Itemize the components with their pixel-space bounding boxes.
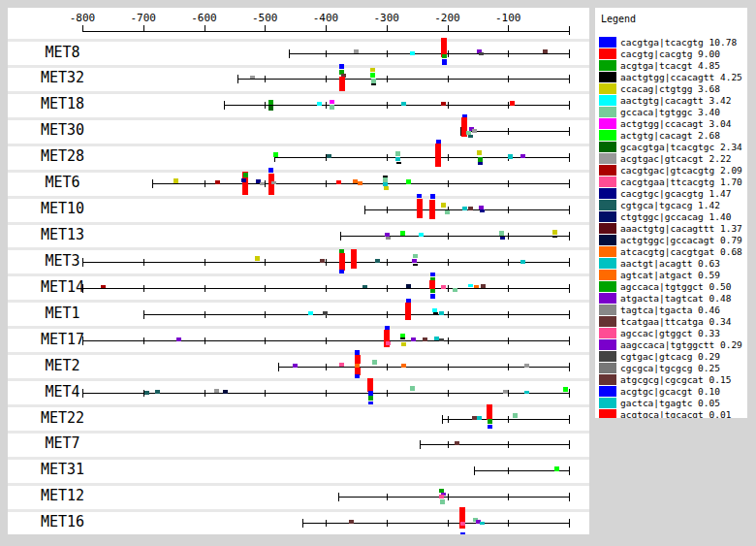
sequence-tick xyxy=(448,520,449,527)
legend-color-chip xyxy=(599,37,616,48)
motif-mark xyxy=(441,285,446,289)
motif-mark xyxy=(445,210,450,214)
sequence-tick xyxy=(387,50,388,57)
legend-color-chip xyxy=(599,305,616,315)
sequence-tick xyxy=(265,76,266,82)
sequence-line xyxy=(340,236,569,237)
legend-entry-label: cgtgca|tgcacg 1.42 xyxy=(620,200,720,210)
legend-entry: actgtggc|gccacagt 0.79 xyxy=(595,235,747,246)
motif-mark xyxy=(406,284,411,288)
motif-mark xyxy=(155,390,160,394)
motif-scanner-window: { "window": { "background": "#d5d5d5", "… xyxy=(0,0,756,546)
sequence-tick xyxy=(448,50,449,57)
motif-mark xyxy=(223,390,228,394)
motif-mark xyxy=(460,532,465,534)
motif-mark xyxy=(370,68,375,72)
sequence-end-cap xyxy=(302,519,303,528)
sequence-end-cap xyxy=(569,363,570,371)
legend-title: Legend xyxy=(601,14,636,24)
motif-mark xyxy=(401,342,406,346)
motif-mark xyxy=(423,337,427,341)
motif-mark xyxy=(101,285,106,288)
sequence-tick xyxy=(508,128,509,135)
sequence-tick xyxy=(508,494,509,500)
sequence-tick xyxy=(508,364,509,370)
sequence-line xyxy=(289,53,569,54)
legend-entry-label: acgtgca|tgcacgt 0.01 xyxy=(620,409,731,418)
legend-color-chip xyxy=(599,211,616,222)
sequence-tick xyxy=(326,76,327,82)
legend-entry-label: acgtga|tcacgt 4.85 xyxy=(620,60,720,71)
legend-color-chip xyxy=(599,200,616,210)
motif-mark xyxy=(474,285,479,288)
legend-entry-label: tcatgaa|ttcatga 0.34 xyxy=(620,316,731,327)
gene-label: MET31 xyxy=(8,463,117,477)
legend-entry: cacgtgaa|ttcacgtg 1.70 xyxy=(595,177,747,188)
motif-mark xyxy=(524,364,529,368)
motif-mark xyxy=(371,83,376,85)
motif-mark xyxy=(419,233,424,237)
legend-entry-label: cacgtga|tcacgtg 10.78 xyxy=(620,37,737,48)
legend-color-chip xyxy=(599,95,616,106)
legend-entry-label: cacgtgac|gtcacgtg 2.09 xyxy=(620,165,742,176)
gene-label: MET18 xyxy=(8,97,117,112)
legend-entry-label: agccaca|tgtggct 0.50 xyxy=(620,281,731,292)
sequence-tick xyxy=(387,76,388,82)
motif-mark xyxy=(480,209,485,212)
motif-mark xyxy=(481,284,486,288)
legend-entry-label: cacgtgc|gcacgtg 1.47 xyxy=(620,188,731,199)
sequence-tick xyxy=(448,441,449,448)
motif-mark xyxy=(268,168,273,173)
row-separator xyxy=(8,247,589,250)
motif-mark xyxy=(250,76,255,79)
sequence-line xyxy=(442,419,569,420)
sequence-end-cap xyxy=(278,363,279,371)
legend-entry: gccaca|tgtggc 3.40 xyxy=(595,107,747,118)
axis-tick xyxy=(205,25,205,31)
axis-tick xyxy=(265,25,266,31)
motif-mark xyxy=(293,364,298,368)
motif-mark xyxy=(520,154,525,158)
sequence-end-cap xyxy=(569,153,570,162)
motif-mark xyxy=(241,178,246,182)
legend-entry-label: actgtg|cacagt 2.68 xyxy=(620,130,720,141)
sequence-end-cap xyxy=(340,232,341,241)
motif-mark xyxy=(273,152,278,157)
sequence-tick xyxy=(508,76,509,82)
motif-mark xyxy=(375,259,380,263)
sequence-line xyxy=(143,314,569,315)
legend-entry: aactgtg|cacagtt 3.42 xyxy=(595,95,747,107)
sequence-end-cap xyxy=(237,75,238,83)
row-separator xyxy=(8,431,589,434)
sequence-end-cap xyxy=(569,389,570,398)
motif-mark xyxy=(386,237,391,240)
motif-mark xyxy=(460,522,465,526)
sequence-tick xyxy=(205,180,205,187)
motif-mark xyxy=(472,416,477,420)
motif-mark xyxy=(243,173,248,177)
legend-entry-label: aactgtgg|ccacagtt 4.25 xyxy=(620,72,742,82)
motif-mark xyxy=(405,303,411,320)
sequence-tick xyxy=(508,180,509,187)
legend-entry: tcatgaa|ttcatga 0.34 xyxy=(595,316,747,328)
sequence-tick xyxy=(448,285,449,292)
sequence-end-cap xyxy=(569,440,570,449)
axis-tick-label: -600 xyxy=(183,12,226,24)
sequence-end-cap xyxy=(569,284,570,293)
legend-color-chip xyxy=(599,235,616,245)
sequence-tick xyxy=(387,285,388,292)
sequence-end-cap xyxy=(569,258,570,267)
motif-mark xyxy=(433,312,438,314)
axis-end-cap xyxy=(569,26,570,35)
legend-entry: cacgtgac|gtcacgtg 2.09 xyxy=(595,165,747,177)
motif-mark xyxy=(500,237,505,240)
motif-mark xyxy=(417,194,422,198)
sequence-tick xyxy=(448,364,449,370)
sequence-line xyxy=(420,444,569,445)
gene-label: MET7 xyxy=(8,436,117,451)
legend-entry: cgcgca|tgcgcg 0.25 xyxy=(595,363,747,374)
motif-mark xyxy=(440,499,445,504)
motif-mark xyxy=(372,360,377,365)
gene-label: MET8 xyxy=(8,46,117,60)
motif-mark xyxy=(413,254,418,258)
